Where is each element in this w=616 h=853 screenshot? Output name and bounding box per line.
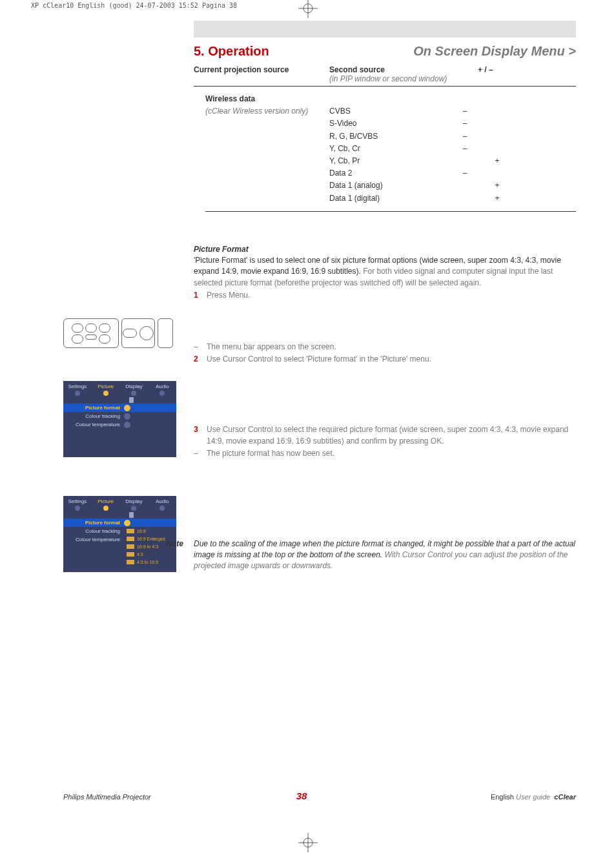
step-number: 1 [194,290,207,301]
svg-point-0 [303,4,313,13]
note-label: Note [155,539,194,572]
osd-tab: Audio [156,498,169,504]
rule [194,86,576,87]
osd-tab: Display [125,384,142,389]
osd-item-label: Colour tracking [63,528,123,534]
osd-item-label: Picture format [63,405,123,411]
table-cell: – [452,105,478,118]
picture-format-intro: 'Picture Format' is used to select one o… [194,255,576,289]
table-cell: R, G, B/CVBS [329,130,452,143]
table-cell: – [452,118,478,130]
osd-item-label: Colour tracking [63,413,123,419]
note-text: Due to the scaling of the image when the… [194,539,576,572]
step-number: 2 [194,354,207,365]
column-header-plus-minus: + / – [478,65,529,83]
osd-tab: Display [125,498,142,504]
table-cell: CVBS [329,105,452,118]
figure-projector-remote [63,318,176,349]
table-cell: Data 1 (digital) [329,192,452,205]
registration-mark-bottom [298,833,318,853]
header-band [194,21,576,37]
table-cell [478,105,517,118]
step-text: Use Cursor Control to select 'Picture fo… [207,354,576,365]
step-text: The picture format has now been set. [207,448,576,459]
table-cell: – [452,130,478,143]
osd-tab: Picture [98,498,114,504]
table-cell: + [478,155,517,167]
rule [205,211,576,212]
osd-submenu-item: 4:3 [137,552,143,557]
table-cell: Data 1 (analog) [329,180,452,192]
column-header-source: Current projection source [194,65,329,83]
table-cell [452,192,478,205]
table-cell: Data 2 [329,167,452,180]
section-subtitle: On Screen Display Menu > [413,44,576,59]
osd-item-label: Colour temperature [63,422,123,427]
table-cell [478,118,517,130]
file-meta-header: XP cClear10 English (good) 24-07-2003 15… [31,2,237,9]
table-cell [478,130,517,143]
table-cell: – [452,143,478,155]
registration-mark-top [298,0,318,20]
table-cell: + [478,192,517,205]
osd-item-label: Colour temperature [63,537,123,542]
footer-product-name: Philips Multimedia Projector [63,793,151,801]
column-header-second-source: Second source [329,65,385,74]
table-cell [478,143,517,155]
wireless-data-sub: (cClear Wireless version only) [205,107,308,116]
osd-tab: Audio [156,384,169,389]
step-dash: – [194,448,207,459]
table-cell [452,180,478,192]
table-cell: S-Video [329,118,452,130]
osd-tab: Settings [68,498,87,504]
osd-submenu-item: 16:9 [137,529,146,533]
step-number: 3 [194,424,207,447]
table-cell [452,155,478,167]
page-number: 38 [296,790,307,801]
table-cell: – [452,167,478,180]
step-text: Press Menu. [207,290,576,301]
osd-item-label: Picture format [63,520,123,526]
column-header-second-source-sub: (in PIP window or second window) [329,74,447,83]
wireless-data-title: Wireless data [205,94,255,103]
step-dash: – [194,342,207,353]
step-text: Use Cursor Control to select the require… [207,424,576,447]
table-cell [478,167,517,180]
picture-format-heading: Picture Format [194,244,576,255]
footer-right: English User guide cClear [491,793,576,801]
table-cell: + [478,180,517,192]
figure-osd-menu-1: Settings Picture Display Audio Picture f… [63,381,176,457]
table-cell: Y, Cb, Pr [329,155,452,167]
osd-tab: Picture [98,384,114,389]
step-text: The menu bar appears on the screen. [207,342,576,353]
osd-tab: Settings [68,384,87,389]
svg-point-3 [303,838,313,847]
table-cell: Y, Cb, Cr [329,143,452,155]
section-title: 5. Operation [194,44,269,59]
